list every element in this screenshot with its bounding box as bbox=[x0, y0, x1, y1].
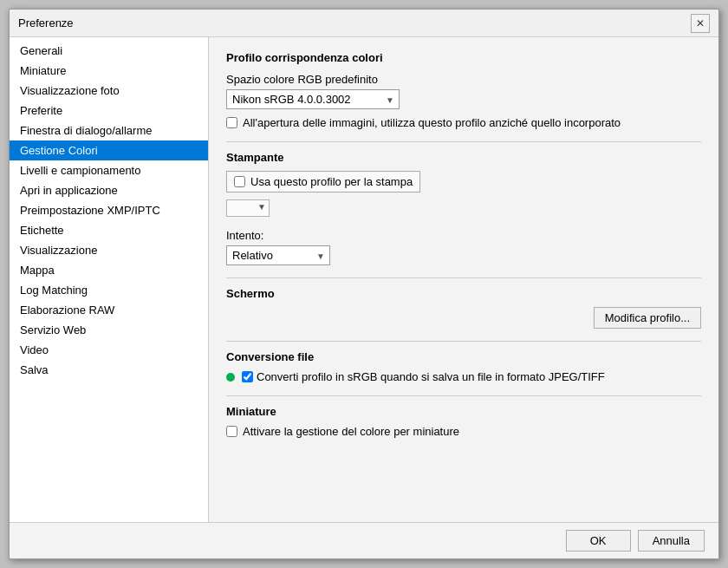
profilo-section-title: Profilo corrispondenza colori bbox=[226, 51, 701, 64]
printer-dropdown-container: ▼ bbox=[226, 196, 701, 217]
sidebar-item-log-matching[interactable]: Log Matching bbox=[10, 280, 208, 300]
sidebar-item-preferite[interactable]: Preferite bbox=[10, 101, 208, 121]
sidebar-item-elaborazione-raw[interactable]: Elaborazione RAW bbox=[10, 300, 208, 320]
sidebar-item-gestione-colori[interactable]: Gestione Colori bbox=[10, 140, 208, 160]
stampante-checkbox-container: Usa questo profilo per la stampa bbox=[226, 171, 420, 193]
conversione-row: Converti profilo in sRGB quando si salva… bbox=[226, 370, 701, 383]
close-button[interactable]: ✕ bbox=[691, 14, 710, 33]
sidebar-item-servizio-web[interactable]: Servizio Web bbox=[10, 320, 208, 340]
dialog-title: Preferenze bbox=[18, 16, 74, 29]
conversione-checkbox-label: Converti profilo in sRGB quando si salva… bbox=[257, 370, 605, 383]
stampa-checkbox-label: Usa questo profilo per la stampa bbox=[250, 175, 413, 188]
title-bar: Preferenze ✕ bbox=[10, 10, 718, 37]
miniature-checkbox[interactable] bbox=[226, 426, 237, 437]
schermo-section: Schermo Modifica profilo... bbox=[226, 287, 701, 329]
screen-row: Modifica profilo... bbox=[226, 307, 701, 329]
spazio-select-wrapper: Nikon sRGB 4.0.0.3002 ▼ bbox=[226, 89, 400, 109]
annulla-button[interactable]: Annulla bbox=[638, 530, 705, 552]
separator-2 bbox=[226, 277, 701, 278]
schermo-title: Schermo bbox=[226, 287, 701, 300]
stampante-section: Stampante Usa questo profilo per la stam… bbox=[226, 151, 701, 217]
sidebar-item-etichette[interactable]: Etichette bbox=[10, 220, 208, 240]
sidebar-item-livelli[interactable]: Livelli e campionamento bbox=[10, 160, 208, 180]
spazio-label: Spazio colore RGB predefinito bbox=[226, 73, 701, 86]
dialog-footer: OK Annulla bbox=[10, 522, 718, 558]
separator-4 bbox=[226, 395, 701, 396]
sidebar-item-mappa[interactable]: Mappa bbox=[10, 260, 208, 280]
sidebar-item-video[interactable]: Video bbox=[10, 340, 208, 360]
main-content: Profilo corrispondenza colori Spazio col… bbox=[209, 37, 718, 522]
sidebar-item-finestra[interactable]: Finestra di dialogo/allarme bbox=[10, 121, 208, 140]
sidebar-item-visualizzazione[interactable]: Visualizzazione bbox=[10, 240, 208, 260]
spazio-select[interactable]: Nikon sRGB 4.0.0.3002 bbox=[226, 89, 400, 109]
separator-1 bbox=[226, 141, 701, 142]
printer-select[interactable] bbox=[226, 199, 270, 217]
modifica-profilo-button[interactable]: Modifica profilo... bbox=[594, 307, 701, 329]
miniature-checkbox-label: Attivare la gestione del colore per mini… bbox=[243, 425, 459, 438]
miniature-checkbox-row: Attivare la gestione del colore per mini… bbox=[226, 425, 701, 438]
sidebar-item-apri-app[interactable]: Apri in applicazione bbox=[10, 180, 208, 200]
sidebar: Generali Miniature Visualizzazione foto … bbox=[10, 37, 209, 522]
conversione-title: Conversione file bbox=[226, 350, 701, 363]
intento-select-wrapper: Relativo ▼ bbox=[226, 245, 330, 265]
profilo-checkbox-label: All'apertura delle immagini, utilizza qu… bbox=[243, 116, 621, 129]
intento-label: Intento: bbox=[226, 229, 701, 242]
miniature-section: Miniature Attivare la gestione del color… bbox=[226, 405, 701, 438]
conversione-section: Conversione file Converti profilo in sRG… bbox=[226, 350, 701, 383]
separator-3 bbox=[226, 341, 701, 342]
sidebar-item-salva[interactable]: Salva bbox=[10, 360, 208, 380]
stampa-checkbox[interactable] bbox=[234, 176, 245, 187]
printer-dropdown-wrapper: ▼ bbox=[226, 196, 270, 217]
intento-select[interactable]: Relativo bbox=[226, 245, 330, 265]
sidebar-item-generali[interactable]: Generali bbox=[10, 41, 208, 61]
stampante-title: Stampante bbox=[226, 151, 701, 164]
dialog-body: Generali Miniature Visualizzazione foto … bbox=[10, 37, 718, 522]
preferences-dialog: Preferenze ✕ Generali Miniature Visualiz… bbox=[9, 9, 719, 559]
sidebar-item-preimpostazione[interactable]: Preimpostazione XMP/IPTC bbox=[10, 200, 208, 220]
conversione-checkbox[interactable] bbox=[242, 371, 253, 382]
sidebar-item-visualizzazione-foto[interactable]: Visualizzazione foto bbox=[10, 81, 208, 101]
green-dot-indicator bbox=[226, 373, 235, 382]
sidebar-item-miniature[interactable]: Miniature bbox=[10, 61, 208, 81]
ok-button[interactable]: OK bbox=[566, 530, 631, 552]
miniature-title: Miniature bbox=[226, 405, 701, 418]
profilo-checkbox[interactable] bbox=[226, 117, 237, 128]
intento-section: Intento: Relativo ▼ bbox=[226, 229, 701, 265]
profilo-checkbox-row: All'apertura delle immagini, utilizza qu… bbox=[226, 116, 701, 129]
profilo-section: Profilo corrispondenza colori Spazio col… bbox=[226, 51, 701, 129]
